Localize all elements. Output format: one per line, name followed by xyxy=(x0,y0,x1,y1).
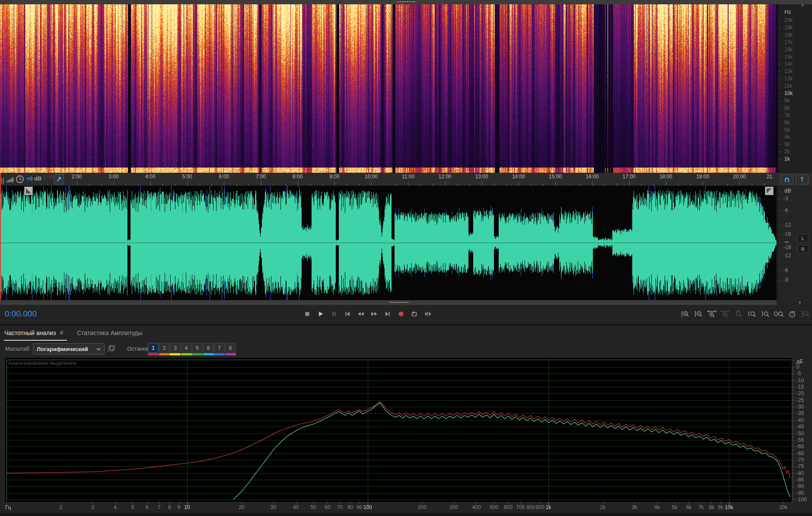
timeline-label: 18:00 xyxy=(659,174,672,180)
active-tab-underline xyxy=(4,340,67,341)
chart-x-tick-label: 9k xyxy=(718,504,724,510)
copy-frame-button[interactable] xyxy=(107,345,116,355)
tab-frequency-analysis[interactable]: Частотный анализ xyxy=(4,329,56,336)
chart-y-tick-label: -80 xyxy=(796,470,804,476)
tick-mark xyxy=(778,50,780,50)
gain-value[interactable]: +0 xyxy=(26,175,33,182)
timeline-label: 9:00 xyxy=(329,174,339,180)
hold-frame-button-6[interactable]: 6 xyxy=(203,343,214,353)
fast-forward-button[interactable] xyxy=(369,309,380,319)
frequency-analysis-chart[interactable] xyxy=(0,358,812,516)
scroll-up-icon[interactable]: ▲ xyxy=(798,300,802,304)
panel-menu-icon[interactable]: ≡ xyxy=(60,329,64,336)
chart-y-tick-label: -55 xyxy=(796,437,804,443)
pause-button[interactable] xyxy=(328,309,340,319)
waveform-view[interactable] xyxy=(0,186,777,300)
timeline-label: 20:00 xyxy=(733,174,746,180)
hold-frame-button-7[interactable]: 7 xyxy=(214,343,225,353)
skip-to-start-button[interactable] xyxy=(342,309,353,319)
tick-mark xyxy=(778,225,780,226)
snap-toggle-button[interactable] xyxy=(780,174,793,184)
tick-mark xyxy=(778,256,780,256)
chart-y-tick-label: -15 xyxy=(796,384,804,390)
timeline-tick xyxy=(224,182,224,186)
panel-grip-icon[interactable] xyxy=(1,178,4,184)
playhead[interactable] xyxy=(0,173,1,300)
hold-frame-button-1[interactable]: 1 xyxy=(148,343,159,353)
channel-left-badge[interactable]: L xyxy=(797,234,809,242)
hold-frame-button-8[interactable]: 8 xyxy=(225,343,236,353)
spectrogram-frequency-scale: ▼ Hz 20k19k18k17k16k15k14k13k12k11k10k9k… xyxy=(778,4,812,173)
frequency-tick-label: 13k xyxy=(784,68,793,74)
pin-icon xyxy=(56,176,62,182)
timeline-label: 15:00 xyxy=(549,174,562,180)
zoom-reset-icon xyxy=(734,310,743,318)
skip-to-end-button[interactable] xyxy=(382,309,393,319)
tick-mark xyxy=(778,144,780,145)
chart-y-tick-label: -5 xyxy=(796,370,801,377)
tick-mark xyxy=(778,271,780,271)
timeline-tick xyxy=(187,182,188,186)
pin-playhead-button[interactable] xyxy=(54,174,64,184)
chart-y-tick-label: -70 xyxy=(796,457,804,463)
chart-x-tick-label: 5k xyxy=(672,504,678,510)
channel-right-badge[interactable]: R xyxy=(797,245,809,253)
timeline-tick xyxy=(371,182,372,186)
waveform-scrollbar[interactable] xyxy=(0,300,777,305)
zoom-to-selection-button[interactable] xyxy=(773,309,784,319)
hold-frame-button-4[interactable]: 4 xyxy=(181,343,192,353)
fade-out-handle[interactable] xyxy=(765,187,774,195)
time-display[interactable]: 0:00.000 xyxy=(5,309,37,319)
skip-start-icon xyxy=(344,310,351,317)
fade-in-handle[interactable] xyxy=(24,187,33,195)
tick-mark xyxy=(778,242,780,243)
hold-frame-button-3[interactable]: 3 xyxy=(170,343,181,353)
marker-pin-button[interactable] xyxy=(796,174,809,184)
rewind-button[interactable] xyxy=(355,309,366,319)
scrollbar-grip-icon[interactable] xyxy=(389,301,409,304)
reset-zoom-timer-button[interactable] xyxy=(787,309,798,319)
skip-selection-button[interactable] xyxy=(422,309,433,319)
scrollbar-grip-icon[interactable] xyxy=(396,1,416,3)
zoom-in-amplitude-button[interactable] xyxy=(679,309,691,319)
zoom-to-out-point-button[interactable] xyxy=(760,309,771,319)
frame-color-swatch xyxy=(170,353,181,355)
tick-mark xyxy=(778,42,780,43)
timeline-tick xyxy=(114,182,114,186)
zoom-reset-button[interactable] xyxy=(733,309,744,319)
zoom-out-amplitude-icon xyxy=(694,310,703,318)
play-button[interactable] xyxy=(315,309,326,319)
zoom-out-amplitude-button[interactable] xyxy=(693,309,704,319)
ruler-ghost-label: 1:00 xyxy=(43,174,53,180)
rewind-icon xyxy=(357,310,365,317)
scale-dropdown[interactable]: Логарифмический xyxy=(33,343,105,355)
zoom-in-amplitude-icon xyxy=(681,310,689,318)
stop-button[interactable] xyxy=(302,309,313,319)
top-scrollbar[interactable] xyxy=(0,0,812,4)
zoom-in-point-icon xyxy=(748,310,756,318)
y-axis-unit-label: дБ xyxy=(796,358,803,364)
zoom-to-in-point-button[interactable] xyxy=(746,309,758,319)
frequency-tick-label: 9k xyxy=(784,98,790,104)
spectrogram-view[interactable] xyxy=(0,4,778,173)
scale-collapse-icon[interactable]: ▼ xyxy=(801,3,804,7)
tab-amplitude-statistics[interactable]: Статистика Амплитуды xyxy=(77,329,142,336)
zoom-full-button[interactable] xyxy=(800,309,811,319)
hold-frame-button-5[interactable]: 5 xyxy=(192,343,203,353)
chart-y-tick-label: -60 xyxy=(796,443,804,450)
db-tick-label: -12 xyxy=(783,253,791,259)
hold-frame-button-2[interactable]: 2 xyxy=(159,343,170,353)
stop-icon xyxy=(304,310,311,317)
tick-mark xyxy=(778,86,780,86)
level-meter-icon[interactable] xyxy=(6,177,14,183)
record-button[interactable] xyxy=(395,309,407,319)
clock-icon[interactable] xyxy=(16,175,24,184)
zoom-in-time-button[interactable] xyxy=(706,309,717,319)
timeline-tick xyxy=(298,182,298,186)
timeline-ruler[interactable]: +0 dB 1:00 2:003:004:005:006:007:008:009… xyxy=(0,173,812,186)
chart-x-tick-label: 8k xyxy=(709,504,714,510)
loop-playback-button[interactable] xyxy=(409,309,420,319)
timeline-label: 6:00 xyxy=(219,174,229,180)
timeline-label: 10:00 xyxy=(365,174,378,180)
zoom-out-time-button[interactable] xyxy=(720,309,731,319)
